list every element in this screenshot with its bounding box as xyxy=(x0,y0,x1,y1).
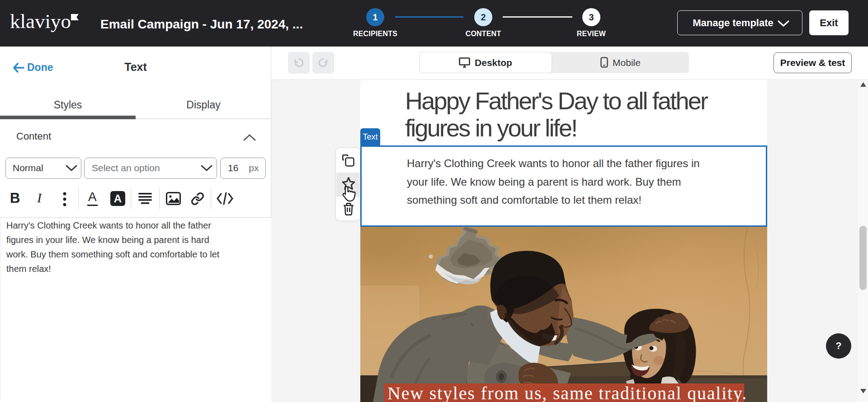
svg-text:New styles from us, same tradi: New styles from us, same traditional qua… xyxy=(387,383,747,402)
